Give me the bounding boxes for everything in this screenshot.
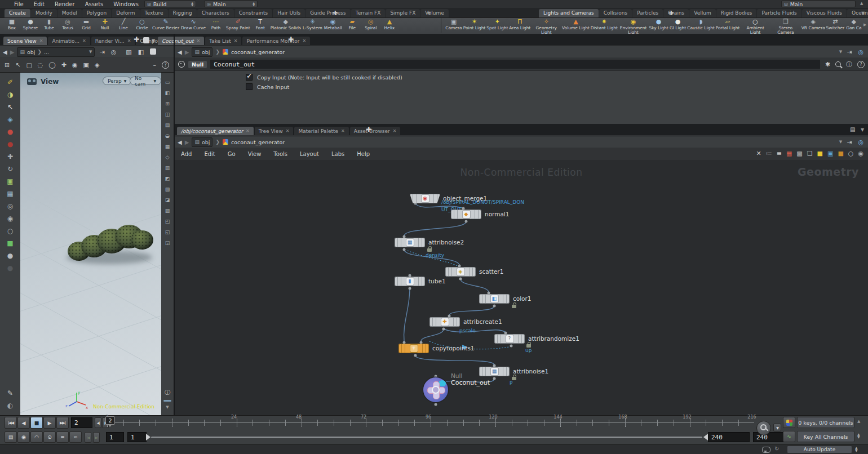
menubar-menu[interactable]: Render [50, 1, 80, 7]
viewport-tool-icon[interactable]: ◈ [7, 115, 12, 123]
pane-tab[interactable]: Tree View✕ [255, 127, 294, 135]
shelf-tool[interactable]: ▱Portal Light [716, 19, 740, 30]
keyframe-options-icon[interactable]: ≈ [69, 431, 82, 443]
viewport-display-icon[interactable]: ◰ [165, 219, 170, 224]
timeline-ruler[interactable]: 244872961201441681922162 2 [107, 416, 754, 430]
scene-toolbar-icon[interactable]: ↖ [15, 61, 20, 69]
shelf-tool[interactable]: ◎Spiral [362, 19, 379, 30]
spinner-icon[interactable]: ▲▼ [191, 2, 193, 6]
shelf-tool[interactable]: ●GI Light [670, 19, 687, 30]
range-subend-field[interactable]: 240 [753, 432, 786, 442]
search-icon[interactable] [835, 61, 841, 67]
viewport-display-icon[interactable]: ▭ [165, 79, 170, 85]
viewport-tool-icon[interactable]: ◐ [7, 402, 13, 410]
shelf-tool[interactable]: ✶Point Light [463, 19, 486, 30]
shelf-tool[interactable]: ▲Volume Light [562, 19, 590, 30]
shelf-tab[interactable]: Simple FX [386, 9, 420, 17]
shelf-tool[interactable]: ■Box [3, 19, 20, 30]
viewport-display-icon[interactable]: ▨ [165, 208, 170, 213]
jump-to-end-button[interactable]: ▶▶| [56, 417, 69, 429]
network-toolbar-icon[interactable]: ○ [848, 150, 854, 157]
close-tab-icon[interactable]: ✕ [286, 128, 290, 133]
node-attribrandomize1[interactable]: ? [494, 334, 525, 344]
range-end-field[interactable]: 240 [708, 432, 750, 442]
current-frame-field[interactable]: 2 [71, 417, 92, 428]
playhead-flag[interactable]: 2 [105, 416, 115, 425]
stop-button[interactable]: ■ [30, 417, 43, 429]
help-icon[interactable]: ? [857, 61, 865, 68]
pane-tab[interactable]: Render Vi...✕ [91, 37, 135, 45]
path-dropdown-icon[interactable]: ▼ [89, 50, 92, 54]
cache-input-checkbox[interactable] [246, 83, 253, 90]
shelf-tab[interactable]: Create [5, 9, 30, 17]
scene-toolbar-icon[interactable]: ◯ [48, 61, 55, 69]
shelf-tool[interactable]: ○Circle [134, 19, 150, 30]
viewport-3d[interactable]: View Persp ▼ No cam ▼ y x z Non-Commerci… [20, 73, 161, 415]
pane-tab[interactable]: Asset Browser✕ [350, 127, 401, 135]
back-icon[interactable]: ◀ [178, 49, 182, 55]
viewport-display-icon[interactable]: ▧ [165, 186, 170, 192]
shelf-tool[interactable]: ▣Camera [445, 19, 462, 30]
viewport-display-icon[interactable]: ▦ [165, 144, 170, 149]
tab-list-arrow-icon[interactable]: ▼ [861, 127, 864, 132]
shelf-tab[interactable]: Polygon [82, 9, 111, 17]
follow-target-icon[interactable]: ◎ [856, 139, 865, 146]
forward-icon[interactable]: ▶ [185, 139, 189, 145]
shelf-tool[interactable]: ✎Curve Bezier [152, 19, 179, 30]
pane-help-icon[interactable]: ? [162, 61, 169, 69]
playbar-options-icon[interactable]: ▤ [5, 431, 17, 443]
menubar-menu[interactable]: File [9, 1, 29, 7]
keyframe-colors-icon[interactable] [783, 417, 795, 428]
node-state-icon[interactable] [178, 61, 185, 68]
viewport-display-icon[interactable]: ◇ [166, 154, 170, 160]
shelf-tool[interactable]: ∿Draw Curve [181, 19, 206, 30]
pane-tab[interactable]: Scene View✕ [3, 37, 47, 45]
pane-tab[interactable]: /obj/coconaut_generator✕ [177, 127, 254, 135]
shelf-tool[interactable]: ╱Line [115, 19, 132, 30]
shelf-tool[interactable]: ◗Caustic Light [687, 19, 715, 30]
node-object-merge1[interactable]: ◉ [410, 194, 440, 203]
network-menu[interactable]: View [242, 151, 268, 157]
menubar-menu[interactable]: Windows [108, 1, 144, 7]
shelf-tab[interactable]: Particle Fluids [757, 9, 801, 17]
pane-layout-button[interactable] [143, 37, 149, 43]
network-toolbar-icon[interactable]: ❏ [807, 150, 813, 157]
close-tab-icon[interactable]: ✕ [234, 38, 238, 43]
menubar-menu[interactable]: Edit [29, 1, 50, 7]
new-pane-tab-button[interactable]: ✚ [363, 126, 374, 134]
shelf-menu-arrow-icon[interactable]: ▼ [861, 11, 865, 16]
shelf-tab[interactable]: Rigid Bodies [716, 9, 757, 17]
network-menu[interactable]: Labs [325, 151, 351, 157]
network-menu[interactable]: Help [351, 151, 376, 157]
viewport-tool-icon[interactable]: ◑ [7, 91, 13, 99]
desktop-selector[interactable]: ⊞ Build ▲▼ [144, 1, 196, 7]
node-tube1[interactable]: ▮ [395, 277, 425, 286]
shelf-tool[interactable]: ⇄Switcher [826, 19, 845, 30]
network-menu[interactable]: Tools [267, 151, 294, 157]
shelf-tab[interactable]: Characters [197, 9, 234, 17]
viewport-display-icon[interactable]: ▥ [165, 165, 170, 171]
viewport-display-icon[interactable]: ◱ [165, 229, 170, 235]
shelf-tool[interactable]: TFont [252, 19, 269, 30]
follow-target-icon[interactable]: ◎ [109, 48, 118, 56]
viewport-display-icon[interactable]: ▤ [165, 122, 170, 128]
path-combo[interactable]: ▤ obj [192, 137, 212, 147]
range-slider-right-handle[interactable] [700, 434, 708, 440]
menubar-menu[interactable]: Assets [80, 1, 109, 7]
display-objects-icon[interactable]: ◧ [136, 48, 145, 56]
shelf-overflow-arrow-icon[interactable]: ▶ [863, 23, 866, 27]
collapse-arrow-icon[interactable]: ▼ [166, 405, 169, 410]
message-bubble-icon[interactable] [762, 447, 770, 453]
path-combo[interactable]: ▤ obj [192, 47, 212, 57]
shelf-tool[interactable]: ◆Platonic Solids [271, 19, 301, 30]
shelf-tab[interactable]: Model [57, 9, 82, 17]
network-canvas[interactable]: Non-Commercial Edition Geometry [175, 160, 868, 415]
viewport-tool-icon[interactable]: ✐ [7, 78, 13, 86]
key-all-channels-selector[interactable]: Key All Channels [797, 431, 854, 442]
scene-toolbar-icon[interactable]: ⊞ [5, 61, 10, 69]
node-scatter1[interactable]: ◈ [445, 267, 476, 277]
shelf-tool[interactable]: ✚Null [96, 19, 113, 30]
shelf-tool[interactable]: ▲Helix [381, 19, 398, 30]
shelf-tool[interactable]: ▬Grid [78, 19, 95, 30]
shelf-tool[interactable]: ▮Tube [41, 19, 57, 30]
